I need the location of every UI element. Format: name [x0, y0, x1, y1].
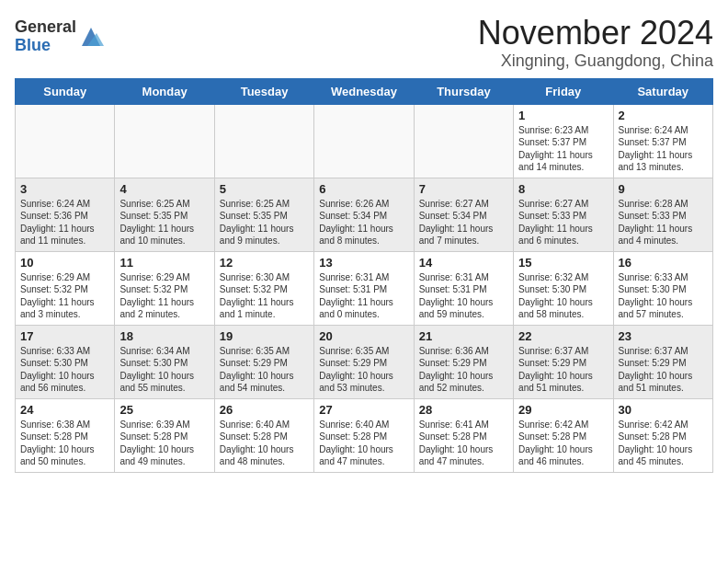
day-cell-19: 19Sunrise: 6:35 AM Sunset: 5:29 PM Dayli…	[214, 325, 313, 398]
day-cell-23: 23Sunrise: 6:37 AM Sunset: 5:29 PM Dayli…	[613, 325, 712, 398]
header: General Blue November 2024 Xingning, Gua…	[15, 15, 713, 71]
day-number: 29	[518, 403, 608, 417]
day-info: Sunrise: 6:28 AM Sunset: 5:33 PM Dayligh…	[619, 198, 708, 247]
day-number: 1	[518, 109, 608, 122]
day-cell-9: 9Sunrise: 6:28 AM Sunset: 5:33 PM Daylig…	[613, 178, 712, 251]
day-cell-12: 12Sunrise: 6:30 AM Sunset: 5:32 PM Dayli…	[214, 251, 313, 325]
day-number: 26	[220, 403, 309, 417]
day-info: Sunrise: 6:31 AM Sunset: 5:31 PM Dayligh…	[319, 271, 408, 321]
week-row-4: 17Sunrise: 6:33 AM Sunset: 5:30 PM Dayli…	[16, 325, 713, 398]
day-cell-15: 15Sunrise: 6:32 AM Sunset: 5:30 PM Dayli…	[514, 251, 613, 325]
title-area: November 2024 Xingning, Guangdong, China	[478, 15, 713, 71]
calendar-table: SundayMondayTuesdayWednesdayThursdayFrid…	[15, 78, 713, 473]
day-number: 24	[20, 403, 109, 417]
day-header-saturday: Saturday	[613, 78, 712, 104]
day-number: 13	[319, 256, 408, 270]
logo-general: General	[15, 18, 76, 37]
day-cell-17: 17Sunrise: 6:33 AM Sunset: 5:30 PM Dayli…	[16, 325, 115, 398]
day-cell-2: 2Sunrise: 6:24 AM Sunset: 5:37 PM Daylig…	[613, 104, 712, 178]
day-cell-28: 28Sunrise: 6:41 AM Sunset: 5:28 PM Dayli…	[414, 398, 513, 472]
week-row-2: 3Sunrise: 6:24 AM Sunset: 5:36 PM Daylig…	[16, 178, 713, 251]
day-info: Sunrise: 6:35 AM Sunset: 5:29 PM Dayligh…	[220, 345, 309, 395]
day-number: 12	[220, 256, 309, 270]
logo-blue: Blue	[15, 37, 76, 55]
day-number: 27	[319, 403, 408, 417]
day-info: Sunrise: 6:33 AM Sunset: 5:30 PM Dayligh…	[619, 271, 708, 321]
empty-cell	[314, 104, 414, 178]
day-info: Sunrise: 6:24 AM Sunset: 5:37 PM Dayligh…	[619, 124, 708, 174]
day-info: Sunrise: 6:27 AM Sunset: 5:34 PM Dayligh…	[419, 198, 508, 247]
day-info: Sunrise: 6:29 AM Sunset: 5:32 PM Dayligh…	[20, 271, 109, 321]
day-number: 18	[119, 329, 209, 343]
day-info: Sunrise: 6:25 AM Sunset: 5:35 PM Dayligh…	[119, 198, 209, 247]
day-cell-29: 29Sunrise: 6:42 AM Sunset: 5:28 PM Dayli…	[514, 398, 613, 472]
day-info: Sunrise: 6:42 AM Sunset: 5:28 PM Dayligh…	[518, 419, 608, 468]
day-info: Sunrise: 6:34 AM Sunset: 5:30 PM Dayligh…	[119, 345, 209, 395]
day-number: 6	[319, 182, 408, 196]
logo-text: General Blue	[15, 18, 76, 55]
day-info: Sunrise: 6:33 AM Sunset: 5:30 PM Dayligh…	[20, 345, 109, 395]
month-title: November 2024	[478, 15, 713, 52]
day-number: 21	[419, 329, 508, 343]
day-number: 22	[518, 329, 608, 343]
day-number: 7	[419, 182, 508, 196]
day-cell-25: 25Sunrise: 6:39 AM Sunset: 5:28 PM Dayli…	[115, 398, 214, 472]
day-cell-22: 22Sunrise: 6:37 AM Sunset: 5:29 PM Dayli…	[514, 325, 613, 398]
day-header-tuesday: Tuesday	[214, 78, 313, 104]
day-number: 5	[220, 182, 309, 196]
day-number: 2	[619, 109, 708, 122]
day-number: 25	[119, 403, 209, 417]
day-number: 3	[20, 182, 109, 196]
day-number: 16	[619, 256, 708, 270]
day-cell-26: 26Sunrise: 6:40 AM Sunset: 5:28 PM Dayli…	[214, 398, 313, 472]
location-title: Xingning, Guangdong, China	[478, 52, 713, 71]
day-cell-7: 7Sunrise: 6:27 AM Sunset: 5:34 PM Daylig…	[414, 178, 513, 251]
day-info: Sunrise: 6:35 AM Sunset: 5:29 PM Dayligh…	[319, 345, 408, 395]
day-info: Sunrise: 6:41 AM Sunset: 5:28 PM Dayligh…	[419, 419, 508, 468]
day-cell-16: 16Sunrise: 6:33 AM Sunset: 5:30 PM Dayli…	[613, 251, 712, 325]
day-number: 8	[518, 182, 608, 196]
day-number: 14	[419, 256, 508, 270]
day-info: Sunrise: 6:42 AM Sunset: 5:28 PM Dayligh…	[619, 419, 708, 468]
logo-icon	[78, 24, 104, 50]
day-info: Sunrise: 6:37 AM Sunset: 5:29 PM Dayligh…	[619, 345, 708, 395]
day-cell-4: 4Sunrise: 6:25 AM Sunset: 5:35 PM Daylig…	[115, 178, 214, 251]
day-number: 15	[518, 256, 608, 270]
day-number: 10	[20, 256, 109, 270]
day-number: 17	[20, 329, 109, 343]
day-info: Sunrise: 6:30 AM Sunset: 5:32 PM Dayligh…	[220, 271, 309, 321]
day-number: 19	[220, 329, 309, 343]
day-info: Sunrise: 6:37 AM Sunset: 5:29 PM Dayligh…	[518, 345, 608, 395]
day-header-thursday: Thursday	[414, 78, 513, 104]
day-header-friday: Friday	[514, 78, 613, 104]
header-row: SundayMondayTuesdayWednesdayThursdayFrid…	[16, 78, 713, 104]
week-row-5: 24Sunrise: 6:38 AM Sunset: 5:28 PM Dayli…	[16, 398, 713, 472]
week-row-3: 10Sunrise: 6:29 AM Sunset: 5:32 PM Dayli…	[16, 251, 713, 325]
day-cell-6: 6Sunrise: 6:26 AM Sunset: 5:34 PM Daylig…	[314, 178, 414, 251]
day-info: Sunrise: 6:36 AM Sunset: 5:29 PM Dayligh…	[419, 345, 508, 395]
week-row-1: 1Sunrise: 6:23 AM Sunset: 5:37 PM Daylig…	[16, 104, 713, 178]
day-number: 30	[619, 403, 708, 417]
day-cell-18: 18Sunrise: 6:34 AM Sunset: 5:30 PM Dayli…	[115, 325, 214, 398]
day-cell-13: 13Sunrise: 6:31 AM Sunset: 5:31 PM Dayli…	[314, 251, 414, 325]
logo: General Blue	[15, 18, 104, 55]
empty-cell	[214, 104, 313, 178]
day-info: Sunrise: 6:39 AM Sunset: 5:28 PM Dayligh…	[119, 419, 209, 468]
day-header-wednesday: Wednesday	[314, 78, 414, 104]
day-cell-5: 5Sunrise: 6:25 AM Sunset: 5:35 PM Daylig…	[214, 178, 313, 251]
day-cell-8: 8Sunrise: 6:27 AM Sunset: 5:33 PM Daylig…	[514, 178, 613, 251]
day-header-sunday: Sunday	[16, 78, 115, 104]
day-cell-30: 30Sunrise: 6:42 AM Sunset: 5:28 PM Dayli…	[613, 398, 712, 472]
day-info: Sunrise: 6:40 AM Sunset: 5:28 PM Dayligh…	[319, 419, 408, 468]
day-info: Sunrise: 6:26 AM Sunset: 5:34 PM Dayligh…	[319, 198, 408, 247]
day-info: Sunrise: 6:38 AM Sunset: 5:28 PM Dayligh…	[20, 419, 109, 468]
day-number: 28	[419, 403, 508, 417]
day-number: 9	[619, 182, 708, 196]
empty-cell	[414, 104, 513, 178]
day-info: Sunrise: 6:32 AM Sunset: 5:30 PM Dayligh…	[518, 271, 608, 321]
day-cell-21: 21Sunrise: 6:36 AM Sunset: 5:29 PM Dayli…	[414, 325, 513, 398]
day-number: 23	[619, 329, 708, 343]
day-cell-3: 3Sunrise: 6:24 AM Sunset: 5:36 PM Daylig…	[16, 178, 115, 251]
day-info: Sunrise: 6:24 AM Sunset: 5:36 PM Dayligh…	[20, 198, 109, 247]
day-header-monday: Monday	[115, 78, 214, 104]
